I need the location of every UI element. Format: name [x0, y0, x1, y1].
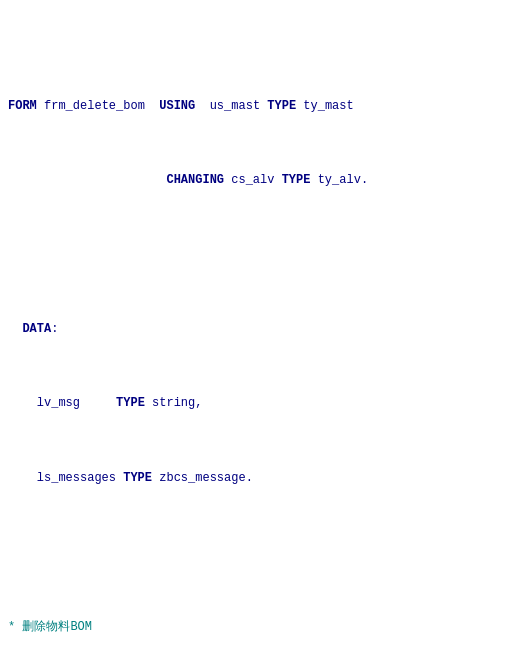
code-line: [8, 543, 511, 562]
code-comment: * 删除物料BOM: [8, 618, 511, 637]
code-line: [8, 246, 511, 265]
code-line: DATA:: [8, 320, 511, 339]
code-line: lv_msg TYPE string,: [8, 394, 511, 413]
code-line: FORM frm_delete_bom USING us_mast TYPE t…: [8, 97, 511, 116]
code-line: ls_messages TYPE zbcs_message.: [8, 469, 511, 488]
code-line: CHANGING cs_alv TYPE ty_alv.: [8, 171, 511, 190]
code-editor: FORM frm_delete_bom USING us_mast TYPE t…: [0, 0, 519, 658]
